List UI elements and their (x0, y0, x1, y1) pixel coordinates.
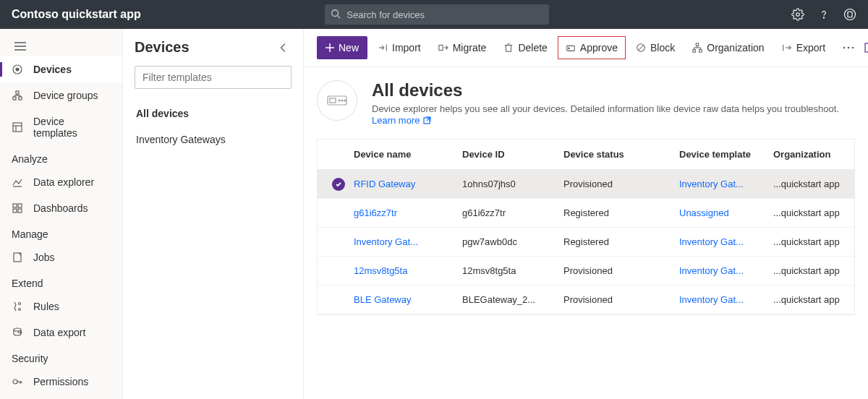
col-device-template[interactable]: Device template (672, 149, 766, 160)
device-name-link[interactable]: BLE Gateway (346, 294, 455, 305)
learn-more-label: Learn more (372, 115, 420, 126)
device-template-link[interactable]: Inventory Gat... (672, 294, 766, 305)
more-button[interactable] (835, 36, 861, 59)
sidebar-item-label: Permissions (33, 376, 88, 387)
page-header: All devices Device explorer helps you se… (304, 67, 868, 133)
rules-icon (12, 301, 23, 312)
columns-icon[interactable] (864, 42, 868, 53)
search-input[interactable] (325, 4, 549, 25)
svg-rect-66 (328, 96, 346, 105)
approve-icon (566, 43, 576, 53)
row-selected-icon[interactable] (332, 178, 345, 191)
block-icon (636, 43, 646, 53)
organization-button[interactable]: Organization (685, 36, 771, 59)
device-template-link[interactable]: Inventory Gat... (672, 236, 766, 247)
plus-icon (326, 43, 334, 52)
sidebar-item-data-export[interactable]: Data export (0, 319, 122, 346)
template-item[interactable]: All devices (135, 100, 292, 126)
import-label: Import (392, 42, 421, 53)
svg-point-0 (332, 10, 339, 17)
table-row[interactable]: g61i6zz7tr g61i6zz7tr Registered Unassig… (318, 199, 855, 228)
approve-button[interactable]: Approve (558, 36, 626, 59)
settings-icon[interactable] (791, 8, 804, 21)
table-row[interactable]: Inventory Gat... pgw7awb0dc Registered I… (318, 228, 855, 257)
sidebar-item-device-groups[interactable]: Device groups (0, 82, 122, 108)
sidebar-item-label: Data explorer (33, 176, 94, 188)
import-button[interactable]: Import (370, 36, 428, 59)
filter-templates-input[interactable] (135, 66, 292, 89)
table-header: Device name Device ID Device status Devi… (318, 140, 855, 170)
delete-button[interactable]: Delete (496, 36, 554, 59)
devices-header-icon (317, 80, 357, 121)
device-name-link[interactable]: Inventory Gat... (346, 236, 455, 247)
col-device-name[interactable]: Device name (346, 149, 455, 160)
device-template-link[interactable]: Unassigned (672, 207, 766, 218)
svg-point-28 (19, 303, 21, 305)
table-row[interactable]: RFID Gateway 1ohns07jhs0 Provisioned Inv… (318, 170, 855, 199)
svg-rect-12 (19, 97, 22, 100)
device-template-link[interactable]: Inventory Gat... (672, 179, 766, 189)
sidebar: DevicesDevice groupsDevice templates Ana… (0, 29, 123, 399)
col-organization[interactable]: Organization (766, 149, 855, 160)
device-template-link[interactable]: Inventory Gat... (672, 265, 766, 276)
svg-rect-50 (693, 50, 696, 53)
sidebar-item-label: Jobs (33, 252, 55, 263)
toolbar: New Import Migrate Delete Approve Block (304, 29, 868, 67)
chart-icon (12, 176, 23, 188)
export-button[interactable]: Export (775, 36, 833, 59)
migrate-icon (438, 43, 448, 53)
device-name-link[interactable]: 12msv8tg5ta (346, 265, 455, 276)
collapse-panel-icon[interactable] (276, 40, 292, 56)
row-checkbox[interactable] (318, 178, 346, 191)
svg-rect-25 (18, 209, 22, 213)
col-device-status[interactable]: Device status (556, 149, 672, 160)
block-button[interactable]: Block (629, 36, 682, 59)
topbar-actions (791, 8, 856, 21)
content: New Import Migrate Delete Approve Block (304, 29, 868, 399)
svg-rect-40 (439, 46, 443, 51)
device-name-link[interactable]: g61i6zz7tr (346, 207, 455, 218)
delete-label: Delete (518, 42, 547, 53)
sidebar-item-data-explorer[interactable]: Data explorer (0, 169, 122, 195)
sidebar-item-label: Devices (33, 64, 72, 75)
device-id: BLEGateway_2... (455, 294, 556, 305)
templates-title: Devices (135, 39, 190, 56)
device-status: Provisioned (556, 179, 672, 189)
svg-rect-49 (697, 43, 699, 46)
template-item[interactable]: Inventory Gateways (135, 126, 292, 153)
sidebar-item-device-templates[interactable]: Device templates (0, 108, 122, 146)
sidebar-item-dashboards[interactable]: Dashboards (0, 195, 122, 221)
help-icon[interactable] (817, 8, 830, 21)
sidebar-section-security: Security (0, 346, 122, 369)
org-icon (692, 43, 702, 53)
sidebar-item-rules[interactable]: Rules (0, 293, 122, 319)
device-org: ...quickstart app (766, 179, 855, 189)
svg-rect-5 (848, 12, 852, 17)
svg-rect-13 (16, 91, 19, 94)
app-title: Contoso quickstart app (12, 8, 141, 21)
topbar: Contoso quickstart app (0, 0, 868, 29)
learn-more-link[interactable]: Learn more (372, 115, 431, 126)
sidebar-item-permissions[interactable]: Permissions (0, 369, 122, 395)
table-row[interactable]: BLE Gateway BLEGateway_2... Provisioned … (318, 286, 855, 314)
sidebar-item-label: Dashboards (33, 202, 88, 214)
sidebar-item-devices[interactable]: Devices (0, 56, 122, 82)
col-device-id[interactable]: Device ID (455, 149, 556, 160)
clipboard-icon[interactable] (843, 8, 856, 21)
devices-table: Device name Device ID Device status Devi… (317, 139, 855, 315)
new-button[interactable]: New (317, 36, 367, 59)
svg-point-68 (339, 100, 340, 101)
migrate-button[interactable]: Migrate (431, 36, 494, 59)
organization-label: Organization (707, 42, 764, 53)
sidebar-section-analyze: Analyze (0, 146, 122, 169)
svg-rect-51 (699, 50, 702, 53)
table-row[interactable]: 12msv8tg5ta 12msv8tg5ta Provisioned Inve… (318, 257, 855, 286)
device-id: g61i6zz7tr (455, 207, 556, 218)
device-status: Registered (556, 207, 672, 218)
svg-point-30 (14, 328, 21, 331)
device-name-link[interactable]: RFID Gateway (346, 179, 455, 189)
jobs-icon (12, 252, 23, 263)
approve-label: Approve (580, 42, 618, 53)
hamburger-icon[interactable] (0, 36, 122, 56)
sidebar-item-jobs[interactable]: Jobs (0, 244, 122, 270)
